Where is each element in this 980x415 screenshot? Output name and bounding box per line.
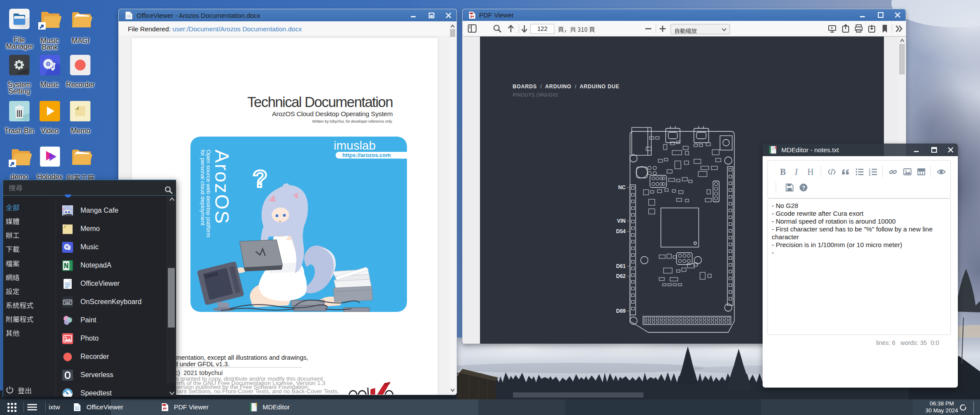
svg-text:D62: D62	[616, 273, 626, 279]
svg-text:NC: NC	[618, 184, 626, 191]
svg-text:https://arozos.com: https://arozos.com	[342, 152, 390, 158]
svg-text:D61: D61	[616, 263, 626, 269]
svg-text:ArozOS: ArozOS	[211, 150, 233, 225]
svg-text:3: 3	[869, 173, 870, 176]
svg-text:D54: D54	[616, 228, 626, 234]
svg-text:for personal cloud deploymentO: for personal cloud deploymentOpen source…	[200, 150, 212, 238]
svg-text:imuslab: imuslab	[334, 139, 376, 152]
svg-text:?: ?	[802, 184, 805, 191]
svg-text:VIN: VIN	[617, 218, 626, 224]
svg-text:?: ?	[253, 165, 267, 192]
svg-text:D69: D69	[616, 308, 626, 314]
